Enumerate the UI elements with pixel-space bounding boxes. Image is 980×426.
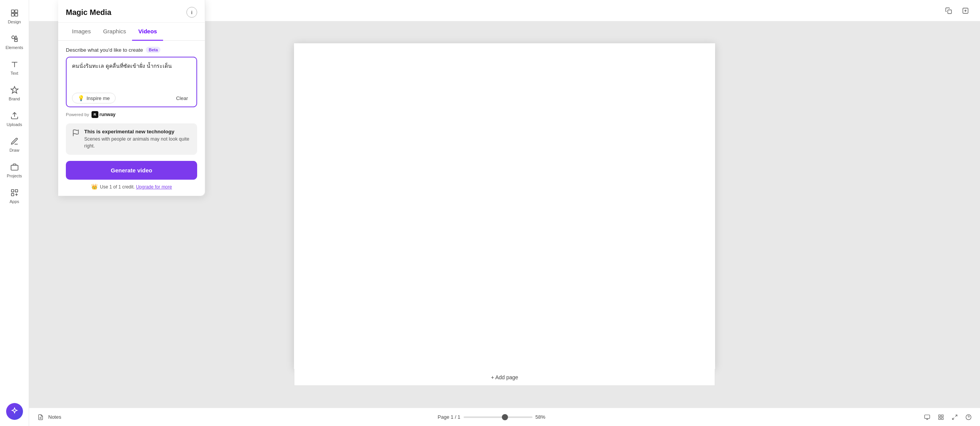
prompt-actions: 💡 Inspire me Clear bbox=[72, 93, 191, 103]
sidebar-item-label-elements: Elements bbox=[6, 45, 23, 50]
magic-media-panel: Magic Media i Images Graphics Videos bbox=[58, 0, 205, 196]
help-icon[interactable] bbox=[963, 412, 974, 423]
panel-info-icon[interactable]: i bbox=[186, 7, 197, 18]
bottombar-right bbox=[922, 412, 974, 423]
fullscreen-icon[interactable] bbox=[949, 412, 960, 423]
warning-title: This is experimental new technology bbox=[84, 129, 191, 134]
sidebar-bottom bbox=[6, 403, 23, 423]
prompt-textarea-wrap: คนนั่งริมทะเล ดูคลื่นที่ซัดเข้าฝั่ง น้ำก… bbox=[66, 57, 197, 107]
sidebar-item-label-brand: Brand bbox=[9, 97, 20, 101]
sidebar-item-draw[interactable]: Draw bbox=[2, 132, 27, 156]
runway-logo-icon: R bbox=[91, 111, 98, 118]
powered-by-text: Powered by bbox=[66, 112, 89, 117]
describe-text: Describe what you'd like to create bbox=[66, 47, 143, 53]
zoom-slider-thumb bbox=[502, 414, 508, 420]
credit-info: 👑 Use 1 of 1 credit. Upgrade for more bbox=[66, 184, 197, 190]
svg-rect-11 bbox=[11, 190, 13, 192]
main-area: + Add page Notes Page 1 / 1 58% bbox=[29, 0, 980, 426]
canvas-page bbox=[294, 43, 715, 369]
bulb-icon: 💡 bbox=[78, 95, 84, 101]
credit-text: Use 1 of 1 credit. bbox=[100, 184, 135, 190]
svg-rect-27 bbox=[939, 418, 941, 419]
sidebar-item-label-apps: Apps bbox=[10, 199, 19, 204]
svg-rect-10 bbox=[11, 165, 18, 170]
warning-box: This is experimental new technology Scen… bbox=[66, 123, 197, 155]
upgrade-link[interactable]: Upgrade for more bbox=[136, 184, 172, 190]
runway-label: runway bbox=[100, 112, 116, 117]
svg-rect-28 bbox=[941, 418, 943, 419]
svg-line-29 bbox=[955, 415, 957, 417]
warning-text: This is experimental new technology Scen… bbox=[84, 129, 191, 149]
clear-button[interactable]: Clear bbox=[173, 93, 191, 103]
desktop-view-icon[interactable] bbox=[922, 412, 933, 423]
crown-icon: 👑 bbox=[91, 184, 98, 190]
svg-rect-6 bbox=[15, 39, 17, 42]
svg-rect-16 bbox=[948, 10, 952, 13]
add-page-label: + Add page bbox=[491, 374, 518, 380]
magic-button[interactable] bbox=[6, 403, 23, 420]
svg-rect-25 bbox=[939, 415, 941, 417]
notes-icon[interactable] bbox=[35, 412, 46, 423]
sidebar-item-uploads[interactable]: Uploads bbox=[2, 106, 27, 131]
zoom-level: 58% bbox=[536, 414, 546, 420]
panel-overlay: Magic Media i Images Graphics Videos bbox=[58, 0, 205, 196]
powered-by: Powered by R runway bbox=[66, 111, 197, 118]
zoom-slider[interactable] bbox=[464, 416, 532, 418]
add-page-bar[interactable]: + Add page bbox=[294, 369, 715, 386]
elements-icon bbox=[9, 33, 20, 44]
uploads-icon bbox=[9, 110, 20, 121]
tab-graphics[interactable]: Graphics bbox=[97, 23, 132, 41]
sidebar: Design Elements Text Brand bbox=[0, 0, 29, 426]
svg-line-30 bbox=[952, 418, 954, 419]
prompt-textarea[interactable]: คนนั่งริมทะเล ดูคลื่นที่ซัดเข้าฝั่ง น้ำก… bbox=[72, 62, 191, 90]
panel-content: Describe what you'd like to create Beta … bbox=[58, 41, 205, 196]
apps-icon bbox=[9, 187, 20, 198]
svg-rect-3 bbox=[15, 13, 17, 16]
sidebar-item-design[interactable]: Design bbox=[2, 4, 27, 28]
svg-point-31 bbox=[966, 415, 971, 419]
page-info: Page 1 / 1 bbox=[438, 414, 460, 420]
svg-rect-12 bbox=[15, 190, 17, 192]
svg-rect-0 bbox=[11, 10, 14, 13]
sidebar-item-projects[interactable]: Projects bbox=[2, 158, 27, 182]
sidebar-item-label-design: Design bbox=[8, 20, 21, 24]
panel-header: Magic Media i bbox=[58, 0, 205, 23]
sidebar-item-label-text: Text bbox=[10, 71, 18, 75]
design-icon bbox=[9, 8, 20, 18]
grid-view-icon[interactable] bbox=[936, 412, 946, 423]
sidebar-item-label-draw: Draw bbox=[10, 148, 20, 152]
panel-title: Magic Media bbox=[66, 8, 111, 17]
svg-point-4 bbox=[11, 36, 14, 39]
bottombar: Notes Page 1 / 1 58% bbox=[29, 408, 980, 426]
draw-icon bbox=[9, 136, 20, 147]
inspire-label: Inspire me bbox=[87, 95, 110, 101]
tab-images[interactable]: Images bbox=[66, 23, 97, 41]
projects-icon bbox=[9, 162, 20, 172]
svg-marker-5 bbox=[15, 36, 17, 39]
tab-videos[interactable]: Videos bbox=[132, 23, 163, 41]
duplicate-button[interactable] bbox=[942, 4, 956, 18]
sidebar-item-label-uploads: Uploads bbox=[7, 122, 22, 127]
warning-desc: Scenes with people or animals may not lo… bbox=[84, 136, 191, 149]
svg-rect-22 bbox=[924, 415, 929, 418]
svg-rect-1 bbox=[15, 10, 17, 13]
svg-rect-13 bbox=[11, 193, 13, 196]
add-button[interactable] bbox=[959, 4, 972, 18]
svg-rect-2 bbox=[11, 13, 14, 16]
notes-label: Notes bbox=[48, 414, 61, 420]
generate-button[interactable]: Generate video bbox=[66, 161, 197, 180]
bottombar-left: Notes bbox=[35, 412, 61, 423]
brand-icon bbox=[9, 85, 20, 95]
sidebar-item-text[interactable]: Text bbox=[2, 55, 27, 79]
flag-icon bbox=[72, 129, 80, 139]
inspire-button[interactable]: 💡 Inspire me bbox=[72, 93, 116, 103]
beta-badge: Beta bbox=[146, 47, 160, 53]
sidebar-item-label-projects: Projects bbox=[7, 174, 22, 178]
text-icon bbox=[9, 59, 20, 70]
runway-logo: R runway bbox=[91, 111, 116, 118]
sidebar-item-brand[interactable]: Brand bbox=[2, 81, 27, 105]
describe-label: Describe what you'd like to create Beta bbox=[66, 47, 197, 53]
bottombar-center: Page 1 / 1 58% bbox=[438, 414, 545, 420]
sidebar-item-apps[interactable]: Apps bbox=[2, 184, 27, 208]
sidebar-item-elements[interactable]: Elements bbox=[2, 29, 27, 54]
